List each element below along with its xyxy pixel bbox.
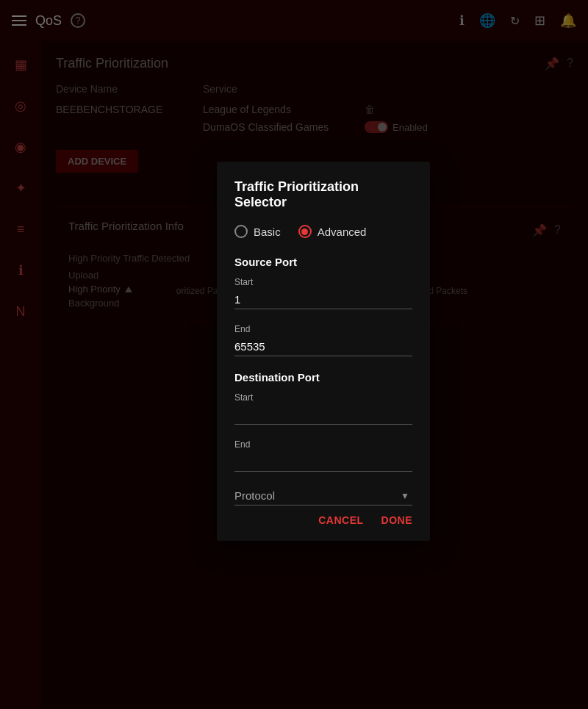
basic-label: Basic [254, 226, 281, 238]
cancel-button[interactable]: CANCEL [318, 514, 363, 526]
source-end-group: End [234, 324, 412, 356]
dest-start-group: Start [234, 392, 412, 425]
modal-actions: CANCEL DONE [234, 514, 412, 526]
radio-basic[interactable]: Basic [234, 225, 281, 238]
dest-start-label: Start [234, 392, 412, 403]
dest-end-group: End [234, 439, 412, 472]
radio-circle-basic [234, 225, 248, 238]
source-end-label: End [234, 324, 412, 334]
source-start-input[interactable] [234, 290, 412, 309]
destination-port-title: Destination Port [234, 371, 412, 384]
radio-advanced[interactable]: Advanced [298, 225, 367, 238]
dest-end-label: End [234, 439, 412, 450]
modal-title: Traffic Prioritization Selector [234, 179, 412, 210]
source-start-label: Start [234, 277, 412, 287]
source-port-title: Source Port [234, 256, 412, 268]
dest-end-input[interactable] [234, 453, 412, 472]
protocol-select[interactable]: Protocol TCP UDP Both [234, 486, 412, 505]
dest-start-input[interactable] [234, 406, 412, 425]
source-start-group: Start [234, 277, 412, 309]
protocol-wrapper: Protocol TCP UDP Both ▼ [234, 486, 412, 505]
radio-circle-advanced [298, 225, 312, 238]
radio-group: Basic Advanced [234, 225, 412, 238]
done-button[interactable]: DONE [381, 514, 412, 526]
advanced-label: Advanced [318, 226, 367, 238]
source-end-input[interactable] [234, 337, 412, 356]
modal-dialog: Traffic Prioritization Selector Basic Ad… [217, 162, 430, 541]
